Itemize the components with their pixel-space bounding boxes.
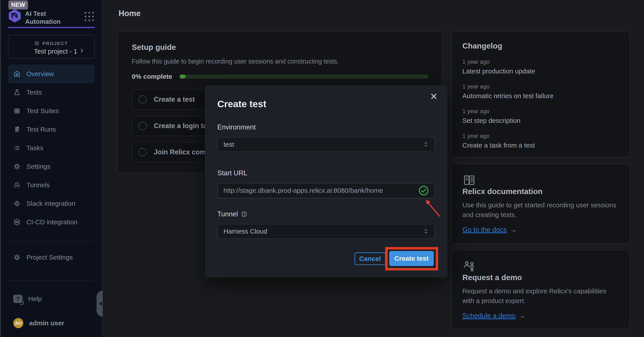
tunnel-label-text: Tunnel (217, 210, 238, 218)
sidebar-item-label: Overview (26, 70, 54, 78)
changelog-card: Changelog 1 year ago Latest production u… (451, 31, 630, 157)
hexagon-logo-icon (8, 9, 22, 23)
sidebar-item-cicd-integration[interactable]: CI-CD integration (8, 213, 95, 231)
sidebar-item-label: CI-CD integration (26, 218, 78, 226)
changelog-entry: 1 year ago Set step description (462, 108, 619, 124)
sidebar: NEW AI Test Automation PROJECT Test proj… (0, 0, 102, 337)
help-button[interactable]: ? Help (8, 289, 95, 308)
arrow-right-icon: → (518, 312, 526, 320)
setup-progress: 0% complete (132, 73, 429, 80)
changelog-text: Automatic retries on test failure (462, 92, 619, 100)
sidebar-item-label: Test Runs (26, 126, 56, 133)
info-icon[interactable] (241, 211, 247, 217)
changelog-time: 1 year ago (462, 108, 619, 115)
chevron-right-icon: › (80, 46, 83, 54)
flask-icon (13, 89, 21, 96)
changelog-title: Changelog (462, 42, 619, 50)
incomplete-circle-icon (138, 122, 147, 130)
gear-icon (13, 254, 21, 261)
slack-icon (13, 200, 21, 207)
project-name: Test project - 1 (34, 48, 77, 55)
sidebar-item-label: Tunnels (26, 181, 50, 189)
sidebar-item-label: Slack integration (26, 200, 76, 207)
environment-select[interactable]: test (217, 137, 435, 152)
incomplete-circle-icon (138, 148, 147, 156)
request-demo-card: Request a demo Request a demo and explor… (451, 250, 630, 329)
progress-fill (180, 75, 186, 79)
apps-grid-icon[interactable] (85, 12, 94, 21)
request-demo-title: Request a demo (462, 273, 619, 282)
cancel-button[interactable]: Cancel (354, 252, 386, 265)
go-to-docs-link[interactable]: Go to the docs (462, 226, 507, 234)
changelog-entry: 1 year ago Latest production update (462, 59, 619, 75)
user-menu[interactable]: AU admin user (8, 314, 95, 332)
schedule-demo-link[interactable]: Schedule a demo (462, 312, 516, 320)
tunnel-select[interactable]: Harness Cloud (217, 224, 435, 239)
setup-item-label: Create a test (154, 96, 195, 103)
tunnel-icon (13, 181, 21, 189)
sidebar-item-test-suites[interactable]: Test Suites (8, 102, 95, 120)
sidebar-item-slack-integration[interactable]: Slack integration (8, 194, 95, 213)
sidebar-item-tunnels[interactable]: Tunnels (8, 176, 95, 194)
environment-label: Environment (217, 123, 256, 131)
create-test-button[interactable]: Create test (389, 251, 434, 266)
user-name: admin user (29, 319, 64, 327)
sidebar-item-label: Project Settings (26, 254, 73, 261)
changelog-time: 1 year ago (462, 83, 619, 90)
changelog-text: Latest production update (462, 68, 619, 75)
sidebar-item-label: Tests (26, 89, 42, 96)
sidebar-footer-divider (8, 280, 95, 281)
tunnel-label: Tunnel (217, 210, 247, 218)
changelog-entry: 1 year ago Automatic retries on test fai… (462, 83, 619, 100)
project-eyebrow-label: PROJECT (42, 41, 68, 46)
sidebar-divider (8, 241, 95, 241)
avatar: AU (13, 318, 23, 328)
start-url-value: http://stage.dbank.prod-apps.relicx.ai:8… (224, 187, 383, 194)
close-icon[interactable]: ✕ (430, 92, 438, 101)
changelog-entry: 1 year ago Create a task from a test (462, 133, 619, 149)
changelog-time: 1 year ago (462, 133, 619, 139)
help-chat-icon: ? (13, 295, 22, 303)
test-runs-icon (13, 126, 21, 133)
arrow-right-icon: → (510, 226, 517, 234)
changelog-text: Create a task from a test (462, 142, 619, 149)
sidebar-item-label: Test Suites (26, 107, 59, 115)
sidebar-nav: Overview Tests Test Suites (8, 65, 95, 267)
sidebar-item-settings[interactable]: Settings (8, 157, 95, 176)
app-title: AI Test Automation (25, 10, 74, 26)
sidebar-item-label: Settings (26, 163, 50, 170)
select-updown-icon (423, 228, 429, 234)
progress-label: 0% complete (132, 73, 172, 80)
cicd-icon (13, 218, 21, 226)
incomplete-circle-icon (138, 95, 147, 104)
sidebar-item-project-settings[interactable]: Project Settings (8, 248, 95, 267)
documentation-body: Use this guide to get started recording … (462, 200, 619, 220)
sidebar-item-test-runs[interactable]: Test Runs (8, 120, 95, 139)
environment-value: test (224, 141, 234, 148)
sidebar-collapse-handle[interactable] (96, 291, 103, 317)
project-selector[interactable]: PROJECT Test project - 1 › (8, 35, 95, 59)
home-icon (13, 70, 21, 78)
gear-icon (13, 163, 21, 170)
documentation-card: Relicx documentation Use this guide to g… (451, 164, 630, 243)
grid-icon (13, 107, 21, 115)
select-updown-icon (423, 141, 429, 148)
brand-rule (8, 27, 95, 28)
request-demo-body: Request a demo and explore Relicx's capa… (462, 286, 619, 306)
sidebar-item-tasks[interactable]: Tasks (8, 139, 95, 157)
create-test-modal: ✕ Create test Environment test Start URL… (205, 85, 448, 277)
check-circle-icon (418, 185, 429, 196)
people-icon (462, 259, 619, 273)
tasks-list-icon (13, 144, 21, 152)
modal-title: Create test (217, 99, 266, 109)
cube-icon (34, 41, 40, 46)
sidebar-item-overview[interactable]: Overview (8, 65, 95, 83)
help-label: Help (28, 295, 42, 302)
sidebar-item-tests[interactable]: Tests (8, 83, 95, 102)
progress-bar (180, 75, 429, 79)
page-title: Home (118, 9, 140, 18)
new-badge: NEW (8, 1, 28, 10)
start-url-input[interactable]: http://stage.dbank.prod-apps.relicx.ai:8… (217, 183, 435, 198)
start-url-label: Start URL (217, 169, 247, 177)
book-icon (462, 173, 619, 187)
